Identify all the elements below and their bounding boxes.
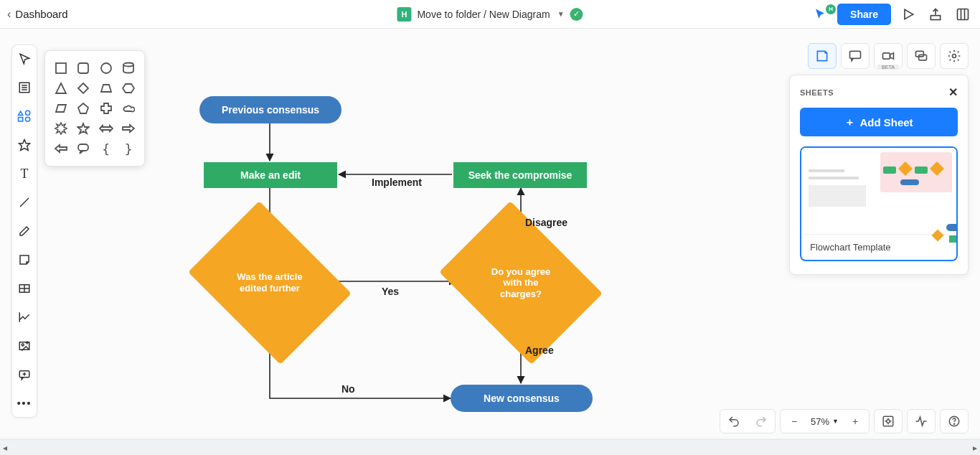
node-agree-charges[interactable]: Do you agree with the charges?	[471, 233, 571, 333]
top-bar: ‹ Dashboard H Move to folder / New Diagr…	[0, 0, 980, 29]
chevron-down-icon: ▼	[832, 418, 839, 425]
add-sheet-button[interactable]: ＋ Add Sheet	[800, 108, 958, 136]
shape-arrow-left-icon[interactable]	[52, 140, 70, 157]
shape-diamond-icon[interactable]	[75, 80, 92, 97]
comment-tool-icon[interactable]	[15, 365, 34, 384]
svg-rect-48	[850, 51, 861, 58]
node-label: Was the article edited further	[230, 271, 309, 294]
user-avatar-badge[interactable]: H	[826, 4, 836, 14]
panel-settings-icon[interactable]	[940, 43, 969, 69]
more-tools-icon[interactable]: •••	[15, 394, 34, 413]
shape-speech-icon[interactable]	[75, 140, 92, 157]
node-was-edited[interactable]: Was the article edited further	[220, 233, 320, 333]
shape-square-icon[interactable]	[52, 60, 70, 77]
shape-arrow-lr-icon[interactable]	[98, 120, 115, 137]
svg-marker-19	[19, 140, 30, 151]
panel-video-icon[interactable]: BETA	[874, 43, 903, 69]
node-label: Make an edit	[240, 169, 301, 182]
help-icon[interactable]	[941, 409, 968, 433]
focus-mode-icon[interactable]	[875, 409, 902, 433]
svg-marker-0	[905, 9, 913, 19]
svg-point-57	[953, 423, 954, 424]
shape-burst-icon[interactable]	[52, 120, 70, 137]
svg-marker-36	[78, 83, 88, 93]
svg-marker-44	[100, 126, 113, 131]
zoom-level[interactable]: 57% ▼	[808, 416, 842, 427]
shapes-tool-icon[interactable]	[15, 107, 34, 126]
sticky-note-tool-icon[interactable]	[15, 250, 34, 269]
node-label: Do you agree with the charges?	[481, 266, 560, 300]
sync-status-icon: ✓	[570, 8, 583, 21]
svg-marker-50	[890, 53, 894, 59]
shape-triangle-icon[interactable]	[52, 80, 70, 97]
node-label: Previous consensus	[222, 104, 319, 116]
sheet-card[interactable]: Flowchart Template	[800, 146, 958, 261]
shape-arrow-right-icon[interactable]	[120, 120, 137, 137]
node-previous-consensus[interactable]: Previous consensus	[199, 96, 341, 123]
share-button[interactable]: Share	[837, 4, 891, 25]
panel-chat-icon[interactable]	[907, 43, 936, 69]
select-tool-icon[interactable]	[15, 50, 34, 68]
svg-rect-47	[78, 144, 88, 151]
dashboard-link[interactable]: Dashboard	[15, 8, 67, 20]
shape-parallelogram-icon[interactable]	[52, 100, 70, 117]
shape-trapezoid-icon[interactable]	[98, 80, 115, 97]
star-tool-icon[interactable]	[15, 136, 34, 154]
close-icon[interactable]: ✕	[948, 85, 958, 99]
shape-brace-left-icon[interactable]: {	[98, 140, 115, 157]
svg-point-55	[887, 420, 890, 423]
svg-point-53	[953, 55, 956, 58]
panel-comments-icon[interactable]	[841, 43, 870, 69]
svg-rect-52	[919, 55, 927, 60]
activity-icon[interactable]	[908, 409, 935, 433]
shapes-flyout: { }	[44, 50, 145, 166]
zoom-in-icon[interactable]: +	[842, 409, 869, 433]
svg-marker-15	[19, 111, 23, 115]
svg-marker-42	[55, 123, 67, 134]
table-tool-icon[interactable]	[15, 279, 34, 298]
zoom-out-icon[interactable]: −	[781, 409, 808, 433]
svg-marker-38	[123, 84, 134, 93]
doc-title-caret-icon[interactable]: ▼	[557, 10, 565, 18]
panel-sheets-icon[interactable]	[808, 43, 837, 69]
svg-rect-54	[883, 416, 893, 426]
redo-icon[interactable]	[748, 409, 775, 433]
undo-icon[interactable]	[720, 409, 748, 433]
node-new-consensus[interactable]: New consensus	[451, 385, 593, 412]
chart-tool-icon[interactable]	[15, 308, 34, 327]
shape-circle-icon[interactable]	[98, 60, 115, 77]
shape-pentagon-icon[interactable]	[75, 100, 92, 117]
shape-star-icon[interactable]	[75, 120, 92, 137]
pen-tool-icon[interactable]	[15, 222, 34, 240]
horizontal-scrollbar[interactable]: ◂ ▸	[0, 439, 980, 455]
present-icon[interactable]	[898, 4, 918, 24]
shape-hexagon-icon[interactable]	[120, 80, 137, 97]
right-toolstrip: BETA	[808, 43, 969, 69]
plus-icon: ＋	[844, 116, 855, 129]
apps-icon[interactable]	[953, 4, 973, 24]
image-tool-icon[interactable]	[15, 337, 34, 355]
text-tool-icon[interactable]: T	[15, 164, 34, 183]
container-tool-icon[interactable]	[15, 78, 34, 97]
svg-marker-35	[56, 83, 66, 93]
add-sheet-label: Add Sheet	[859, 116, 913, 128]
svg-marker-40	[78, 103, 88, 113]
shape-cylinder-icon[interactable]	[120, 60, 137, 77]
doc-title[interactable]: Move to folder / New Diagram	[417, 9, 550, 20]
scroll-left-icon[interactable]: ◂	[3, 443, 7, 453]
shape-brace-right-icon[interactable]: }	[120, 140, 137, 157]
node-seek-compromise[interactable]: Seek the compromise	[453, 162, 587, 188]
svg-marker-46	[55, 145, 67, 152]
back-chevron-icon[interactable]: ‹	[7, 8, 11, 21]
node-make-edit[interactable]: Make an edit	[204, 162, 337, 188]
shape-rounded-square-icon[interactable]	[75, 60, 92, 77]
left-toolbar: T •••	[11, 44, 37, 418]
line-tool-icon[interactable]	[15, 193, 34, 212]
svg-rect-32	[78, 63, 88, 73]
collab-cursor-icon[interactable]: H	[810, 4, 830, 24]
export-icon[interactable]	[925, 4, 946, 24]
scroll-right-icon[interactable]: ▸	[973, 443, 977, 453]
svg-rect-17	[19, 118, 23, 121]
shape-plus-icon[interactable]	[98, 100, 115, 117]
shape-cloud-icon[interactable]	[120, 100, 137, 117]
